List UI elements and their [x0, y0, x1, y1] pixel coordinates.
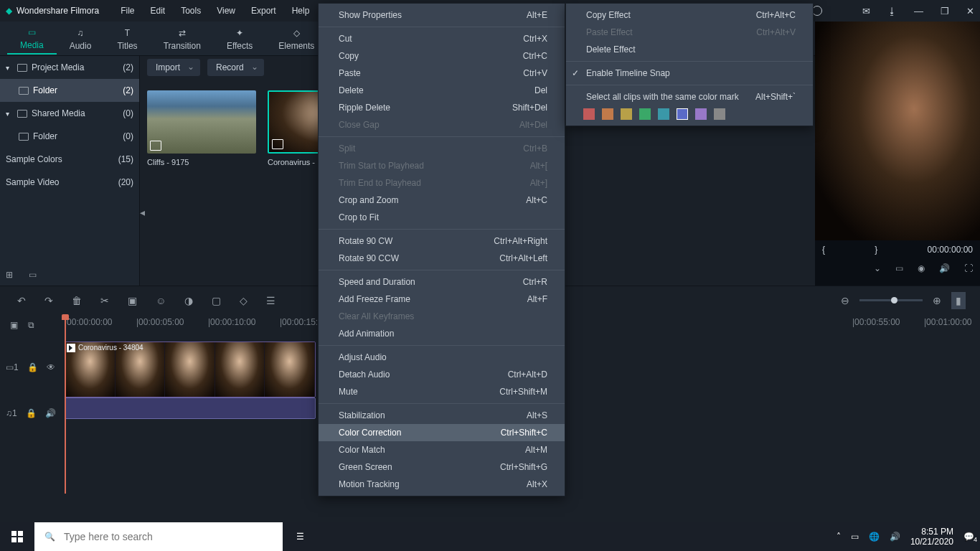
menu-item-add-freeze-frame[interactable]: Add Freeze FrameAlt+F	[319, 291, 565, 308]
task-view-icon[interactable]: ☰	[283, 532, 317, 542]
menu-item-stabilization[interactable]: StabilizationAlt+S	[319, 407, 565, 424]
taskbar-search-input[interactable]	[64, 531, 273, 542]
menu-item-color-correction[interactable]: Color CorrectionCtrl+Shift+C	[319, 424, 565, 441]
split-icon[interactable]: ✂	[100, 295, 109, 306]
settings-icon[interactable]: ☰	[266, 295, 275, 306]
zoom-fit-icon[interactable]: ▮	[951, 292, 966, 309]
volume-tray-icon[interactable]: 🔊	[890, 532, 900, 542]
fullscreen-icon[interactable]: ⛶	[964, 263, 973, 273]
tree-sample-video[interactable]: Sample Video(20)	[0, 171, 139, 194]
menu-item-rotate-90-ccw[interactable]: Rotate 90 CCWCtrl+Alt+Left	[319, 250, 565, 267]
redo-icon[interactable]: ↷	[44, 295, 53, 306]
tree-project-media[interactable]: ▾Project Media(2)	[0, 56, 139, 79]
account-icon[interactable]	[812, 6, 822, 16]
minimize-icon[interactable]: ―	[914, 6, 923, 17]
tree-shared-media[interactable]: ▾Shared Media(0)	[0, 102, 139, 125]
playhead[interactable]	[65, 314, 66, 494]
range-out-icon[interactable]: }	[875, 245, 877, 255]
zoom-in-icon[interactable]: ⊕	[933, 295, 941, 306]
timeline-clip-audio[interactable]	[65, 397, 316, 419]
notification-icon[interactable]: 💬4	[963, 532, 974, 542]
track-manager-icon[interactable]: ▣	[10, 320, 18, 330]
battery-icon[interactable]: ▭	[851, 532, 859, 542]
color-swatch[interactable]	[695, 108, 707, 120]
menu-item-paste[interactable]: PasteCtrl+V	[319, 65, 565, 82]
menu-export[interactable]: Export	[251, 6, 276, 16]
tab-transition[interactable]: ⇄Transition	[151, 24, 214, 54]
record-dropdown[interactable]: Record	[207, 59, 264, 76]
timeline-clip[interactable]: Coronavirus - 34804	[65, 342, 316, 397]
close-icon[interactable]: ✕	[966, 6, 974, 17]
menu-item-enable-timeline-snap[interactable]: ✓Enable Timeline Snap	[566, 65, 813, 82]
menu-item-add-animation[interactable]: Add Animation	[319, 325, 565, 342]
tab-media[interactable]: ▭Media	[7, 23, 57, 55]
color-swatch[interactable]	[658, 108, 669, 120]
media-thumb[interactable]: Cliffs - 9175	[147, 90, 256, 166]
add-folder-icon[interactable]: ⊞	[6, 270, 13, 280]
menu-item-crop-to-fit[interactable]: Crop to Fit	[319, 209, 565, 226]
taskbar-search[interactable]: 🔍	[34, 522, 283, 551]
menu-item-cut[interactable]: CutCtrl+X	[319, 30, 565, 47]
color-swatch[interactable]	[714, 108, 725, 120]
menu-item-crop-and-zoom[interactable]: Crop and ZoomAlt+C	[319, 192, 565, 209]
mute-icon[interactable]: 🔊	[45, 408, 56, 418]
menu-item-delete-effect[interactable]: Delete Effect	[566, 41, 813, 58]
maximize-icon[interactable]: ❐	[941, 6, 949, 17]
tree-sample-colors[interactable]: Sample Colors(15)	[0, 148, 139, 171]
link-icon[interactable]: ⧉	[28, 320, 34, 330]
speed-icon[interactable]: ☺	[156, 295, 166, 306]
menu-item-copy-effect[interactable]: Copy EffectCtrl+Alt+C	[566, 6, 813, 24]
menu-file[interactable]: File	[121, 6, 134, 16]
keyframe-icon[interactable]: ◇	[240, 295, 248, 306]
eye-icon[interactable]: 👁	[47, 362, 55, 372]
folder-icon[interactable]: ▭	[29, 270, 37, 280]
menu-item-delete[interactable]: DeleteDel	[319, 82, 565, 99]
menu-tools[interactable]: Tools	[181, 6, 201, 16]
start-button[interactable]	[0, 522, 34, 551]
menu-item-ripple-delete[interactable]: Ripple DeleteShift+Del	[319, 99, 565, 116]
menu-item-speed-and-duration[interactable]: Speed and DurationCtrl+R	[319, 273, 565, 291]
color-swatch[interactable]	[602, 108, 613, 120]
range-in-icon[interactable]: {	[822, 245, 825, 255]
zoom-slider[interactable]	[859, 299, 923, 301]
menu-help[interactable]: Help	[292, 6, 310, 16]
menu-item-copy[interactable]: CopyCtrl+C	[319, 47, 565, 65]
menu-item-rotate-90-cw[interactable]: Rotate 90 CWCtrl+Alt+Right	[319, 232, 565, 250]
taskbar-clock[interactable]: 8:51 PM 10/21/2020	[910, 527, 953, 547]
color-swatch[interactable]	[583, 108, 595, 120]
color-icon[interactable]: ◑	[184, 295, 193, 306]
zoom-out-icon[interactable]: ⊖	[841, 295, 849, 306]
menu-item-mute[interactable]: MuteCtrl+Shift+M	[319, 383, 565, 400]
menu-item-adjust-audio[interactable]: Adjust Audio	[319, 349, 565, 366]
menu-item-color-match[interactable]: Color MatchAlt+M	[319, 441, 565, 458]
menu-edit[interactable]: Edit	[151, 6, 166, 16]
undo-icon[interactable]: ↶	[17, 295, 26, 306]
menu-item-detach-audio[interactable]: Detach AudioCtrl+Alt+D	[319, 366, 565, 383]
import-dropdown[interactable]: Import	[147, 59, 200, 76]
tab-effects[interactable]: ✦Effects	[214, 24, 265, 54]
menu-item-green-screen[interactable]: Green ScreenCtrl+Shift+G	[319, 458, 565, 476]
tab-audio[interactable]: ♫Audio	[57, 24, 105, 54]
greenscreen-icon[interactable]: ▢	[212, 295, 221, 306]
download-icon[interactable]: ⭳	[887, 6, 897, 17]
tree-folder[interactable]: Folder(2)	[0, 79, 139, 102]
tab-titles[interactable]: TTitles	[104, 24, 150, 54]
tray-chevron-icon[interactable]: ˄	[837, 532, 841, 542]
color-swatch[interactable]	[621, 108, 632, 120]
network-icon[interactable]: 🌐	[869, 532, 880, 542]
delete-icon[interactable]: 🗑	[72, 295, 82, 306]
tree-folder[interactable]: Folder(0)	[0, 125, 139, 148]
crop-icon[interactable]: ▣	[128, 295, 137, 306]
color-swatch[interactable]	[639, 108, 651, 120]
sidebar-collapse-icon[interactable]: ◂	[140, 207, 145, 218]
menu-item-motion-tracking[interactable]: Motion TrackingAlt+X	[319, 476, 565, 493]
menu-item-show-properties[interactable]: Show PropertiesAlt+E	[319, 6, 565, 24]
menu-view[interactable]: View	[217, 6, 235, 16]
snapshot-icon[interactable]: ◉	[918, 263, 925, 273]
volume-icon[interactable]: 🔊	[939, 263, 950, 273]
color-swatch[interactable]	[677, 108, 688, 120]
lock-icon[interactable]: 🔒	[26, 408, 37, 418]
mail-icon[interactable]: ✉	[862, 6, 870, 17]
monitor-icon[interactable]: ▭	[895, 263, 903, 273]
quality-dropdown-icon[interactable]: ⌄	[874, 263, 881, 273]
